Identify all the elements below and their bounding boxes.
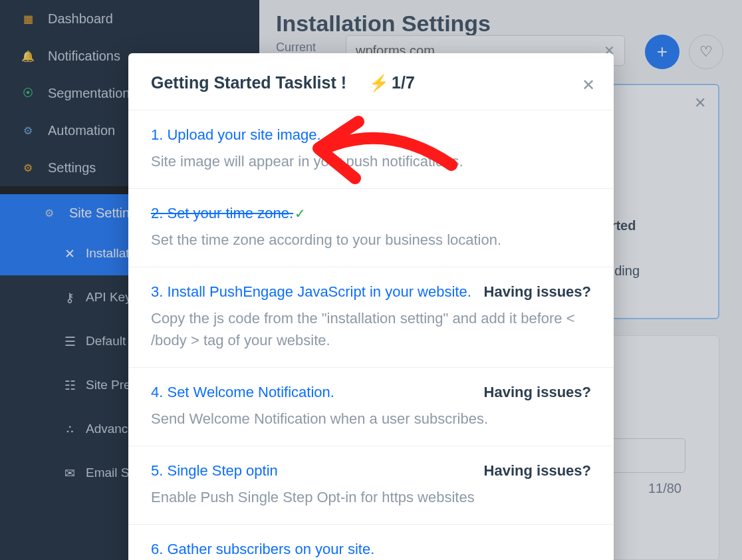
- task-item: 1. Upload your site image. Site image wi…: [128, 110, 614, 189]
- bolt-icon: ⚡: [369, 74, 389, 92]
- task-item: 2. Set your time zone.✓ Set the time zon…: [128, 189, 614, 267]
- task-desc: Site image will appear in your push noti…: [151, 150, 591, 172]
- modal-count: 1/7: [392, 73, 415, 92]
- task-item: 3. Install PushEngage JavaScript in your…: [128, 267, 614, 368]
- task-link-install-js[interactable]: 3. Install PushEngage JavaScript in your…: [151, 283, 471, 300]
- modal-title: Getting Started Tasklist !: [151, 73, 346, 92]
- having-issues-link[interactable]: Having issues?: [484, 283, 591, 301]
- task-link-welcome-notification[interactable]: 4. Set Welcome Notification.: [151, 384, 334, 400]
- task-item: 6. Gather subscribers on your site. Mini…: [128, 525, 614, 560]
- checkmark-icon: ✓: [295, 206, 306, 221]
- task-link-timezone[interactable]: 2. Set your time zone.: [151, 205, 293, 221]
- task-desc: Enable Push Single Step Opt-in for https…: [151, 486, 591, 508]
- having-issues-link[interactable]: Having issues?: [484, 384, 591, 401]
- having-issues-link[interactable]: Having issues?: [484, 462, 591, 480]
- task-link-single-step-optin[interactable]: 5. Single Step optin: [151, 462, 278, 479]
- tasklist-modal: Getting Started Tasklist ! ⚡ 1/7 ✕ 1. Up…: [128, 53, 614, 560]
- task-desc: Send Welcome Notification when a user su…: [151, 408, 591, 430]
- close-icon[interactable]: ✕: [582, 76, 595, 94]
- task-link-gather-subscribers[interactable]: 6. Gather subscribers on your site.: [151, 541, 374, 557]
- task-desc: Set the time zone according to your busi…: [151, 229, 591, 251]
- task-item: 4. Set Welcome Notification. Having issu…: [128, 368, 614, 446]
- modal-header: Getting Started Tasklist ! ⚡ 1/7 ✕: [128, 53, 614, 110]
- task-item: 5. Single Step optin Having issues? Enab…: [128, 446, 614, 525]
- task-link-upload-image[interactable]: 1. Upload your site image.: [151, 126, 321, 143]
- task-desc: Copy the js code from the "installation …: [151, 307, 591, 351]
